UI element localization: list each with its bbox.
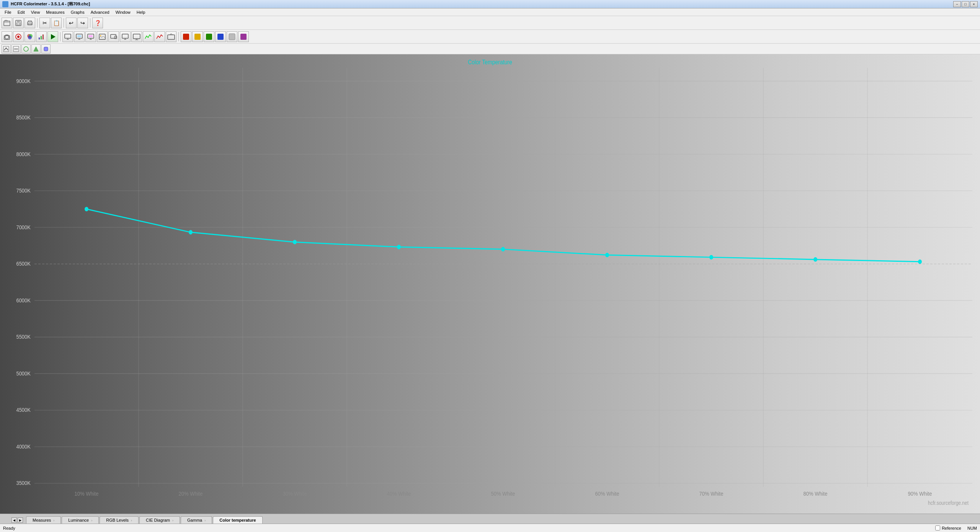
svg-text:7000K: 7000K [16, 224, 31, 230]
save-button[interactable] [13, 18, 24, 28]
svg-marker-39 [34, 47, 38, 51]
chart-button[interactable] [36, 31, 47, 42]
svg-point-92 [918, 259, 922, 264]
color-temperature-chart: Color Temperature 9000K 8500K 8000K 7500… [0, 54, 980, 514]
svg-rect-29 [183, 34, 189, 40]
menu-view[interactable]: View [28, 9, 43, 15]
measure-button[interactable] [13, 31, 24, 42]
svg-point-8 [17, 36, 20, 38]
svg-text:5500K: 5500K [16, 333, 31, 340]
tab-cie-diagram[interactable]: CIE Diagram › [139, 516, 180, 524]
svg-point-38 [24, 47, 28, 51]
play-button[interactable] [47, 31, 58, 42]
tab-color-temperature[interactable]: Color temperature [213, 516, 262, 524]
menu-file[interactable]: File [2, 9, 15, 15]
separator2 [64, 18, 64, 28]
svg-text:10% White: 10% White [75, 490, 99, 497]
close-button[interactable]: × [970, 1, 978, 7]
status-1-button[interactable] [2, 44, 11, 54]
monitor-3-button[interactable] [85, 31, 96, 42]
tab-measures[interactable]: Measures › [26, 516, 61, 524]
status-3-button[interactable] [21, 44, 31, 54]
restore-button[interactable]: □ [962, 1, 969, 7]
svg-point-88 [501, 247, 505, 251]
separator3 [90, 18, 90, 28]
status-text: Ready [3, 526, 15, 530]
tab-scroll-right[interactable]: ▶ [18, 517, 23, 523]
reference-label: Reference [942, 526, 961, 530]
monitor-2-button[interactable] [74, 31, 85, 42]
svg-point-90 [709, 255, 713, 259]
svg-text:7500K: 7500K [16, 187, 31, 194]
color-button[interactable] [24, 31, 35, 42]
toolbar-status [0, 44, 980, 54]
app-icon [2, 1, 8, 7]
svg-point-23 [100, 35, 101, 36]
status-4-button[interactable] [31, 44, 41, 54]
monitor-4-button[interactable] [108, 31, 119, 42]
svg-rect-41 [0, 54, 980, 514]
menu-advanced[interactable]: Advanced [88, 9, 113, 15]
menu-measures[interactable]: Measures [43, 9, 67, 15]
monitor-1-button[interactable] [62, 31, 73, 42]
svg-rect-32 [217, 34, 224, 40]
tab-gamma[interactable]: Gamma › [181, 516, 212, 524]
svg-point-86 [293, 240, 297, 245]
svg-rect-35 [3, 46, 9, 52]
svg-rect-27 [133, 34, 140, 39]
help-button[interactable]: ❓ [92, 18, 103, 28]
copy-button[interactable]: 📋 [51, 18, 62, 28]
reference-checkbox[interactable] [935, 525, 940, 530]
svg-text:70% White: 70% White [699, 490, 724, 497]
svg-rect-28 [168, 35, 175, 39]
status-2-button[interactable] [11, 44, 21, 54]
redo-button[interactable]: ↪ [77, 18, 88, 28]
graph-2-button[interactable] [154, 31, 165, 42]
sep5 [178, 32, 179, 41]
print-button[interactable] [24, 18, 35, 28]
svg-text:50% White: 50% White [491, 490, 515, 497]
purple-pattern-button[interactable] [238, 31, 249, 42]
tab-luminance[interactable]: Luminance › [62, 516, 99, 524]
svg-rect-26 [122, 34, 128, 38]
svg-text:60% White: 60% White [595, 490, 619, 497]
menu-window[interactable]: Window [113, 9, 134, 15]
menu-graphs[interactable]: Graphs [68, 9, 88, 15]
minimize-button[interactable]: − [953, 1, 961, 7]
white-pattern-button[interactable] [227, 31, 237, 42]
open-button[interactable] [2, 18, 12, 28]
svg-text:Color Temperature: Color Temperature [468, 59, 512, 65]
cut-button[interactable]: ✂ [39, 18, 50, 28]
num-indicator: NUM [967, 526, 977, 530]
monitor-5-button[interactable] [120, 31, 131, 42]
graph-1-button[interactable] [143, 31, 154, 42]
tab-scroll-left[interactable]: ◀ [11, 517, 17, 523]
svg-rect-24 [111, 34, 116, 38]
monitor-6-button[interactable] [131, 31, 142, 42]
image-button[interactable] [97, 31, 108, 42]
svg-rect-14 [41, 36, 42, 39]
sep4 [60, 32, 60, 41]
svg-text:80% White: 80% White [804, 490, 828, 497]
red-pattern-button[interactable] [181, 31, 191, 42]
svg-rect-13 [39, 38, 40, 39]
status-5-button[interactable] [41, 44, 51, 54]
svg-text:6000K: 6000K [16, 297, 31, 304]
toolbar-main: ✂ 📋 ↩ ↪ ❓ [0, 16, 980, 30]
tab-rgb-levels[interactable]: RGB Levels › [100, 516, 139, 524]
svg-rect-21 [89, 35, 93, 37]
undo-button[interactable]: ↩ [66, 18, 77, 28]
tv-button[interactable] [166, 31, 176, 42]
blue-pattern-button[interactable] [215, 31, 226, 42]
green-pattern-button[interactable] [204, 31, 214, 42]
menu-edit[interactable]: Edit [15, 9, 28, 15]
svg-rect-40 [44, 47, 48, 51]
svg-point-85 [189, 230, 193, 235]
svg-text:3500K: 3500K [16, 480, 31, 486]
camera-button[interactable] [2, 31, 12, 42]
svg-text:90% White: 90% White [908, 490, 932, 497]
menu-help[interactable]: Help [134, 9, 149, 15]
yellow-pattern-button[interactable] [192, 31, 203, 42]
svg-point-87 [397, 245, 401, 249]
toolbar-display [0, 30, 980, 44]
